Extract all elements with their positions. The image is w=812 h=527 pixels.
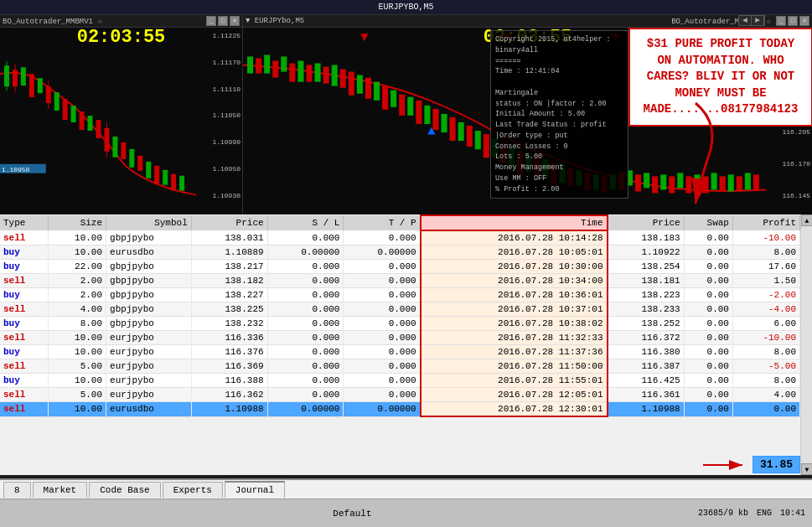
cell-profit: -2.00	[732, 288, 799, 302]
svg-rect-75	[644, 173, 649, 188]
info-blank	[495, 77, 623, 88]
svg-rect-52	[450, 117, 456, 141]
svg-rect-20	[137, 156, 142, 171]
cell-price: 116.336	[191, 331, 267, 345]
info-trade-status: Last Trade Status : profit |Order type :…	[495, 120, 623, 142]
cell-size: 22.00	[48, 260, 106, 274]
col-time: Time	[421, 215, 608, 230]
cell-close-price: 138.233	[608, 302, 685, 317]
svg-rect-82	[703, 176, 709, 193]
tab-experts[interactable]: Experts	[163, 482, 223, 498]
svg-rect-36	[315, 64, 321, 82]
cell-profit: 8.00	[732, 245, 799, 260]
info-amount: Initial Amount : 5.00	[495, 109, 623, 120]
cell-tp: 0.000	[344, 302, 421, 317]
chart-left-header: BO_Autotrader_MMBMV1 ☆ _ □ ×	[0, 15, 242, 28]
cell-profit: 4.00	[732, 388, 799, 402]
info-mm: Money Management	[495, 163, 623, 173]
chart-right: ▼ EURJPYbo,M5 BO_Autotrader_MMBMV1 ☆ _ □…	[243, 15, 812, 216]
cell-sl: 0.000	[267, 302, 344, 317]
cell-size: 4.00	[48, 302, 106, 317]
cell-close-price: 138.181	[608, 274, 685, 288]
minimize-btn-left[interactable]: _	[206, 16, 216, 26]
tab-journal[interactable]: Journal	[225, 481, 285, 498]
cell-tp: 0.000	[344, 230, 421, 245]
maximize-btn-left[interactable]: □	[218, 16, 228, 26]
cell-swap: 0.00	[684, 388, 732, 402]
cell-price: 138.182	[191, 274, 267, 288]
close-btn-left[interactable]: ×	[230, 16, 240, 26]
cell-price: 138.232	[191, 317, 267, 331]
table-row: sell 10.00 eurusdbo 1.10988 0.00000 0.00…	[0, 402, 800, 417]
svg-rect-28	[247, 56, 253, 73]
cell-symbol: gbpjpybo	[106, 230, 192, 245]
time-indicator: 10:41	[780, 509, 805, 518]
cell-tp: 0.00000	[344, 245, 421, 260]
tab-market[interactable]: Market	[33, 482, 88, 498]
cell-symbol: eurusdbo	[106, 402, 192, 417]
cell-time: 2016.07.28 10:34:00	[421, 274, 608, 288]
cell-price: 1.10988	[191, 402, 267, 417]
svg-rect-76	[652, 176, 658, 193]
cell-close-price: 1.10922	[608, 245, 685, 260]
svg-rect-22	[154, 166, 159, 184]
tab-8[interactable]: 8	[3, 482, 31, 498]
scroll-bar[interactable]: ▲ ▼	[800, 214, 812, 475]
cell-price: 116.376	[191, 345, 267, 359]
window-title: EURJPYBO,M5	[378, 3, 433, 12]
cell-price: 138.031	[191, 230, 267, 245]
cell-symbol: eurjpybo	[106, 374, 192, 388]
col-price: Price	[191, 215, 267, 230]
maximize-btn-right[interactable]: □	[788, 16, 798, 26]
table-row: buy 10.00 eurjpybo 116.376 0.000 0.000 2…	[0, 345, 800, 359]
cell-type: buy	[0, 374, 48, 388]
cell-tp: 0.000	[344, 359, 421, 374]
cell-time: 2016.07.28 11:32:33	[421, 331, 608, 345]
svg-rect-83	[711, 173, 717, 189]
cell-price: 1.10889	[191, 245, 267, 260]
minimize-btn-right[interactable]: _	[776, 16, 786, 26]
cell-symbol: gbpjpybo	[106, 302, 192, 317]
svg-rect-38	[332, 65, 338, 86]
cell-swap: 0.00	[684, 245, 732, 260]
svg-rect-41	[357, 75, 363, 94]
cell-profit: -10.00	[732, 230, 799, 245]
tab-codebase[interactable]: Code Base	[89, 482, 160, 498]
chart-right-header-left: ▼ EURJPYbo,M5	[246, 17, 304, 25]
scroll-down-btn[interactable]: ▼	[801, 463, 812, 475]
cell-sl: 0.000	[267, 317, 344, 331]
scroll-up-btn[interactable]: ▲	[801, 214, 812, 226]
table-row: buy 10.00 eurusdbo 1.10889 0.00000 0.000…	[0, 245, 800, 260]
svg-rect-35	[306, 65, 312, 82]
promo-box: $31 PURE PROFIT TODAY ON AUTOMATION. WHO…	[628, 28, 812, 127]
chart-right-header: ▼ EURJPYbo,M5 BO_Autotrader_MMBMV1 ☆ _ □…	[243, 15, 812, 28]
cell-profit: 17.60	[732, 260, 799, 274]
col-close-price: Price	[608, 215, 685, 230]
cell-swap: 0.00	[684, 317, 732, 331]
nav-right-arrow[interactable]: ►	[752, 16, 764, 25]
svg-rect-43	[374, 82, 380, 101]
col-swap: Swap	[684, 215, 732, 230]
svg-rect-39	[340, 70, 346, 88]
cell-sl: 0.000	[267, 359, 344, 374]
cell-size: 10.00	[48, 402, 106, 417]
svg-rect-78	[669, 176, 675, 193]
charts-area: BO_Autotrader_MMBMV1 ☆ _ □ × 02:03:55	[0, 15, 812, 214]
info-copyright: Copyright 2015, mt4helper : binary4all	[495, 34, 623, 56]
svg-rect-55	[475, 131, 481, 149]
svg-rect-21	[146, 162, 151, 178]
nav-left-arrow[interactable]: ◄	[739, 16, 752, 25]
col-sl: S / L	[267, 215, 344, 230]
table-row: sell 10.00 gbpjpybo 138.031 0.000 0.000 …	[0, 230, 800, 245]
svg-rect-34	[297, 61, 303, 82]
cell-sl: 0.00000	[267, 245, 344, 260]
svg-rect-44	[382, 86, 388, 110]
total-value: 31.85	[753, 456, 800, 473]
info-martingale: Martingale	[495, 88, 623, 99]
svg-rect-81	[694, 174, 700, 189]
nav-arrows: ◄ ►	[738, 15, 765, 26]
close-btn-right[interactable]: ×	[799, 16, 809, 26]
cell-close-price: 116.387	[608, 359, 685, 374]
chart-left-price-scale: 1.11225 1.11170 1.11110 1.11050 1.10990 …	[196, 32, 242, 199]
cell-size: 8.00	[48, 317, 106, 331]
